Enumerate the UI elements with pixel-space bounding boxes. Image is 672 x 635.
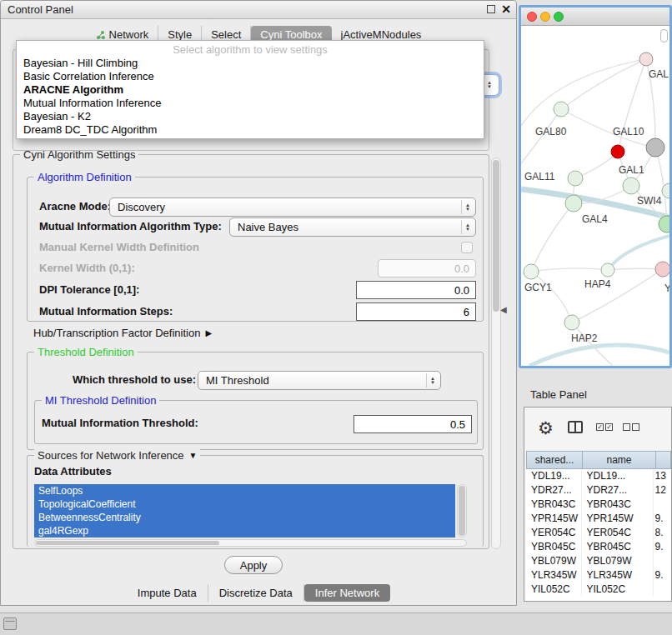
network-node-label: Y (664, 282, 669, 294)
network-node-label: GAL (649, 68, 669, 80)
unchecked-box-icon (623, 423, 630, 431)
network-edge[interactable] (608, 268, 663, 270)
table-cell: YBR043C (582, 498, 654, 512)
table-row[interactable]: YIL052CYIL052C (526, 582, 671, 597)
data-attributes-label: Data Attributes (34, 462, 112, 481)
algorithm-menu-item[interactable]: Basic Correlation Inference (17, 70, 484, 83)
mi-threshold-input[interactable]: 0.5 (354, 415, 472, 433)
dropdown-placeholder: Select algorithm to view settings (17, 42, 484, 57)
attributes-horizontal-scrollbar[interactable] (34, 539, 467, 547)
network-node-label: HAP2 (571, 332, 598, 344)
network-scrollbar-thumb[interactable] (660, 29, 668, 42)
network-node[interactable] (659, 216, 669, 232)
tab-discretize-data[interactable]: Discretize Data (208, 584, 304, 602)
attribute-item[interactable]: gal4RGexp (34, 524, 455, 538)
sources-title: Sources for Network Inference (38, 449, 184, 462)
table-cell: YER054C (526, 526, 582, 540)
sources-toggle[interactable]: Sources for Network Inference ▼ (34, 449, 200, 462)
close-icon[interactable]: ✕ (501, 3, 511, 15)
table-body: YDL19...YDL19...13YDR27...YDR27...12YBR0… (526, 469, 671, 601)
data-attributes-list[interactable]: SelfLoopsTopologicalCoefficientBetweenne… (34, 484, 455, 538)
algorithm-dropdown-menu: Select algorithm to view settings Bayesi… (16, 40, 484, 139)
threshold-definition-group: Threshold Definition Which threshold to … (27, 352, 484, 450)
sources-group: Sources for Network Inference ▼ Data Att… (27, 455, 484, 547)
attribute-item[interactable]: SelfLoops (34, 484, 455, 498)
combo-stepper-icon: ▲▼ (426, 373, 439, 388)
network-edge[interactable] (561, 59, 646, 109)
select-all-columns-icon[interactable]: ✓ ✓ (596, 423, 613, 431)
manual-kernel-label: Manual Kernel Width Definition (39, 238, 199, 257)
settings-scrollbar[interactable] (491, 158, 501, 549)
mi-type-value: Naive Bayes (238, 221, 298, 233)
network-node-label: GAL11 (524, 171, 555, 182)
column-header-name[interactable]: name (583, 451, 656, 469)
network-node[interactable] (611, 145, 624, 158)
network-node[interactable] (623, 178, 639, 194)
algorithm-menu-item[interactable]: Bayesian - Hill Climbing (17, 57, 484, 70)
table-row[interactable]: YLR345WYLR345W9. (526, 568, 671, 582)
column-header-shared-name[interactable]: shared... (526, 451, 583, 469)
table-row[interactable]: YBR043CYBR043C (526, 498, 671, 512)
algorithm-menu-item[interactable]: ARACNE Algorithm (17, 83, 484, 97)
float-window-icon[interactable] (487, 5, 495, 13)
hub-definition-toggle[interactable]: Hub/Transcription Factor Definition ▶ (33, 327, 212, 339)
network-node-label: GAL10 (613, 126, 644, 138)
kernel-width-input[interactable]: 0.0 (378, 259, 476, 278)
network-edge[interactable] (529, 345, 669, 366)
collapsed-panel-icon[interactable] (3, 618, 17, 630)
table-cell: YBL079W (526, 554, 582, 568)
network-edge[interactable] (572, 269, 663, 322)
tab-impute-data[interactable]: Impute Data (127, 584, 208, 602)
network-node[interactable] (639, 52, 653, 66)
attribute-item[interactable]: BetweennessCentrality (34, 511, 455, 524)
table-cell: 13 (654, 469, 672, 483)
unselect-all-columns-icon[interactable] (623, 423, 639, 431)
table-row[interactable]: YPR145WYPR145W9. (526, 512, 671, 526)
network-node[interactable] (568, 171, 583, 186)
control-panel-titlebar[interactable]: Control Panel ✕ (1, 1, 516, 19)
table-row[interactable]: YER054CYER054C8. (526, 526, 671, 540)
network-svg: GALGAL80GAL10GAL11GAL1SWI4GAL4GCY1HAP4YH… (521, 26, 669, 366)
algorithm-menu-item[interactable]: Bayesian - K2 (17, 110, 484, 123)
network-node[interactable] (646, 138, 664, 157)
close-traffic-light[interactable] (527, 12, 537, 22)
mi-threshold-label: Mutual Information Threshold: (42, 414, 198, 432)
network-node[interactable] (655, 262, 669, 277)
network-edge[interactable] (531, 203, 574, 272)
table-toolbar: ⚙ ✓ ✓ (524, 408, 671, 451)
table-row[interactable]: YDL19...YDL19...13 (526, 469, 671, 483)
dpi-tolerance-input[interactable]: 0.0 (356, 281, 476, 299)
which-threshold-combobox[interactable]: MI Threshold ▲▼ (198, 371, 441, 390)
algorithm-menu-item[interactable]: Mutual Information Inference (17, 97, 484, 110)
network-window-titlebar[interactable] (521, 8, 669, 26)
network-node[interactable] (564, 315, 579, 330)
tab-infer-network[interactable]: Infer Network (304, 584, 390, 602)
zoom-traffic-light[interactable] (554, 12, 564, 22)
splitter-collapse-icon[interactable]: ◀ (500, 305, 507, 314)
apply-button[interactable]: Apply (224, 556, 283, 574)
column-header-cutoff[interactable] (656, 451, 671, 469)
table-cell (654, 582, 672, 597)
manual-kernel-checkbox[interactable] (461, 242, 473, 253)
network-edge[interactable] (531, 268, 608, 272)
network-node[interactable] (524, 264, 539, 279)
algorithm-menu-item[interactable]: Dream8 DC_TDC Algorithm (17, 123, 484, 137)
network-edge[interactable] (531, 272, 572, 322)
table-cell: 9. (654, 540, 672, 554)
network-canvas[interactable]: GALGAL80GAL10GAL11GAL1SWI4GAL4GCY1HAP4YH… (521, 26, 669, 366)
show-columns-icon[interactable] (568, 421, 583, 433)
table-row[interactable]: YBL079WYBL079W (526, 554, 671, 568)
minimize-traffic-light[interactable] (540, 12, 550, 22)
network-node[interactable] (601, 263, 614, 277)
attributes-vertical-scrollbar[interactable] (457, 484, 467, 538)
table-row[interactable]: YBR045CYBR045C9. (526, 540, 671, 554)
table-row[interactable]: YDR27...YDR27...12 (526, 483, 671, 498)
attribute-item[interactable]: TopologicalCoefficient (34, 498, 455, 511)
mi-type-combobox[interactable]: Naive Bayes ▲▼ (229, 218, 476, 237)
aracne-mode-combobox[interactable]: Discovery ▲▼ (109, 198, 476, 217)
mi-type-label: Mutual Information Algorithm Type: (39, 218, 222, 236)
network-node[interactable] (565, 195, 582, 212)
mi-steps-input[interactable]: 6 (356, 302, 476, 321)
network-node[interactable] (554, 102, 569, 117)
gear-icon[interactable]: ⚙ (538, 416, 554, 441)
